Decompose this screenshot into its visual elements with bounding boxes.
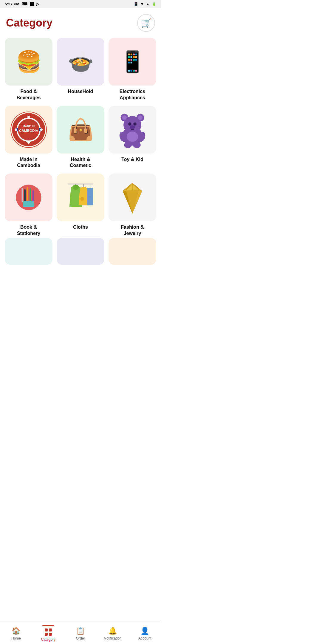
food-icon: 🍔 — [10, 43, 48, 81]
svg-rect-35 — [80, 197, 84, 201]
category-card-toy — [109, 106, 156, 154]
vibrate-icon: 📳 — [134, 2, 138, 6]
category-card-cambodia: MADE IN CAMBODIA — [5, 106, 52, 154]
category-card-cloths — [57, 174, 104, 221]
svg-point-13 — [122, 115, 127, 120]
svg-rect-27 — [30, 188, 31, 202]
svg-point-33 — [72, 185, 79, 190]
cart-icon: 🛒 — [141, 18, 151, 28]
category-card-electronics: 📱 — [109, 38, 156, 86]
status-right: 📳 ▼ ▲ 🔋 — [134, 2, 156, 6]
svg-rect-28 — [32, 191, 34, 203]
svg-point-7 — [40, 128, 43, 131]
category-label-cambodia: Made inCambodia — [17, 157, 40, 169]
cart-button[interactable]: 🛒 — [137, 14, 155, 32]
category-card-health: 👜 — [57, 106, 104, 154]
status-left: 5:27 PM ⌨ 🅿 ▷ — [5, 2, 39, 6]
svg-point-6 — [15, 128, 17, 131]
category-label-household: HouseHold — [68, 89, 93, 95]
toy-bear-icon — [113, 111, 151, 149]
category-card-fashion — [109, 174, 156, 221]
category-label-book: Book &Stationery — [17, 224, 40, 237]
cambodia-badge-icon: MADE IN CAMBODIA — [10, 111, 48, 149]
category-grid: 🍔 Food &Beverages 🍲 HouseHold 📱 Electron… — [0, 35, 161, 239]
wifi-icon: ▼ — [140, 2, 144, 6]
svg-point-18 — [130, 125, 135, 129]
svg-rect-25 — [24, 190, 26, 202]
svg-point-5 — [27, 141, 30, 144]
signal-icon: ▲ — [146, 2, 150, 6]
category-card-book — [5, 174, 52, 221]
category-item-cambodia[interactable]: MADE IN CAMBODIA Made inCambodia — [5, 106, 52, 169]
category-item-household[interactable]: 🍲 HouseHold — [57, 38, 104, 101]
household-icon: 🍲 — [61, 43, 100, 81]
category-item-food[interactable]: 🍔 Food &Beverages — [5, 38, 52, 101]
category-label-fashion: Fashion &Jewelry — [121, 224, 144, 237]
category-item-health[interactable]: 👜 Health &Cosmetic — [57, 106, 104, 169]
play-icon: ▷ — [36, 2, 39, 6]
book-icon — [10, 178, 48, 216]
electronics-icon: 📱 — [113, 43, 151, 81]
category-item-electronics[interactable]: 📱 ElectronicsAppliances — [109, 38, 156, 101]
status-bar: 5:27 PM ⌨ 🅿 ▷ 📳 ▼ ▲ 🔋 — [0, 0, 161, 8]
svg-point-19 — [127, 131, 138, 142]
svg-text:MADE IN: MADE IN — [23, 124, 35, 128]
svg-point-23 — [133, 142, 141, 148]
svg-point-16 — [128, 122, 131, 126]
svg-point-4 — [27, 116, 30, 118]
category-label-toy: Toy & Kid — [121, 157, 143, 163]
category-label-cloths: Cloths — [73, 224, 88, 230]
cloths-icon — [61, 178, 100, 216]
category-label-health: Health &Cosmetic — [70, 157, 91, 169]
partial-card-3 — [109, 238, 156, 265]
category-card-food: 🍔 — [5, 38, 52, 86]
category-item-toy[interactable]: Toy & Kid — [109, 106, 156, 169]
header: Category 🛒 — [0, 8, 161, 35]
svg-text:CAMBODIA: CAMBODIA — [19, 129, 38, 132]
svg-rect-26 — [27, 187, 28, 202]
svg-point-15 — [138, 115, 143, 120]
category-item-fashion[interactable]: Fashion &Jewelry — [109, 174, 156, 237]
category-label-electronics: ElectronicsAppliances — [120, 89, 145, 101]
parking-icon: 🅿 — [30, 2, 34, 6]
health-icon: 👜 — [61, 111, 100, 149]
svg-point-17 — [133, 122, 137, 126]
svg-rect-29 — [23, 201, 34, 207]
battery-icon: 🔋 — [151, 2, 156, 6]
svg-rect-30 — [22, 188, 23, 202]
fashion-icon — [113, 178, 151, 216]
svg-point-22 — [124, 142, 132, 148]
category-card-household: 🍲 — [57, 38, 104, 86]
status-time: 5:27 PM — [5, 2, 19, 6]
partial-category-row — [0, 238, 161, 265]
partial-card-2 — [57, 238, 104, 265]
page-title: Category — [6, 17, 52, 29]
category-label-food: Food &Beverages — [17, 89, 41, 101]
partial-card-1 — [5, 238, 52, 265]
category-item-cloths[interactable]: Cloths — [57, 174, 104, 237]
category-item-book[interactable]: Book &Stationery — [5, 174, 52, 237]
keyboard-icon: ⌨ — [22, 2, 27, 6]
